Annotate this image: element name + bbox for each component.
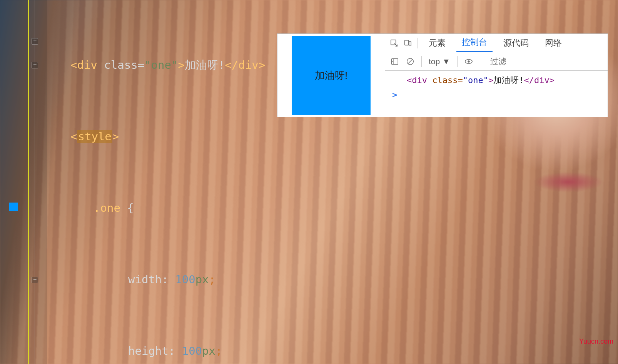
svg-marker-5 [392,61,393,62]
device-toggle-icon[interactable] [404,39,412,47]
console-sidebar-toggle-icon[interactable] [391,57,399,66]
devtools-tabs: 元素 控制台 源代码 网络 [385,34,608,52]
fold-guide-line [35,0,35,364]
devtools-panel: 加油呀! 元素 控制台 源代码 网络 top ▼ [277,33,608,117]
filter-input[interactable] [487,55,602,68]
separator [418,38,418,48]
watermark-text: Yuucn.com [579,337,613,346]
inspect-element-icon[interactable] [390,39,398,47]
tab-sources[interactable]: 源代码 [498,34,534,52]
separator [480,56,480,67]
svg-line-7 [408,59,413,63]
separator [457,56,458,67]
fold-column: − − − [29,0,47,364]
svg-point-9 [468,60,470,63]
console-output[interactable]: <div class="one">加油呀!</div> > [385,71,608,117]
svg-rect-1 [405,40,409,45]
color-swatch-icon[interactable] [9,203,18,211]
clear-console-icon[interactable] [406,57,414,66]
tab-elements[interactable]: 元素 [423,34,451,52]
console-log-entry[interactable]: <div class="one">加油呀!</div> [392,75,601,86]
context-label: top [429,57,440,66]
code-line: width: 100px; [47,268,618,291]
context-selector[interactable]: top ▼ [429,57,450,66]
console-prompt[interactable]: > [392,90,601,100]
fold-toggle-icon[interactable]: − [32,38,38,45]
tab-console[interactable]: 控制台 [456,33,493,52]
live-expression-icon[interactable] [464,57,473,66]
fold-toggle-icon[interactable]: − [32,62,38,68]
preview-box-one: 加油呀! [292,36,371,115]
separator [421,56,422,67]
fold-toggle-icon[interactable]: − [32,277,38,283]
svg-rect-2 [409,42,411,46]
code-line: <style> [47,125,618,148]
code-line: .one { [47,196,618,220]
console-toolbar: top ▼ [385,52,608,71]
code-line: height: 100px; [47,339,618,363]
tab-network[interactable]: 网络 [539,34,567,52]
chevron-down-icon: ▼ [442,57,450,66]
page-preview: 加油呀! [277,34,385,117]
devtools-right: 元素 控制台 源代码 网络 top ▼ <div clas [385,34,608,117]
editor-gutter [0,0,29,364]
